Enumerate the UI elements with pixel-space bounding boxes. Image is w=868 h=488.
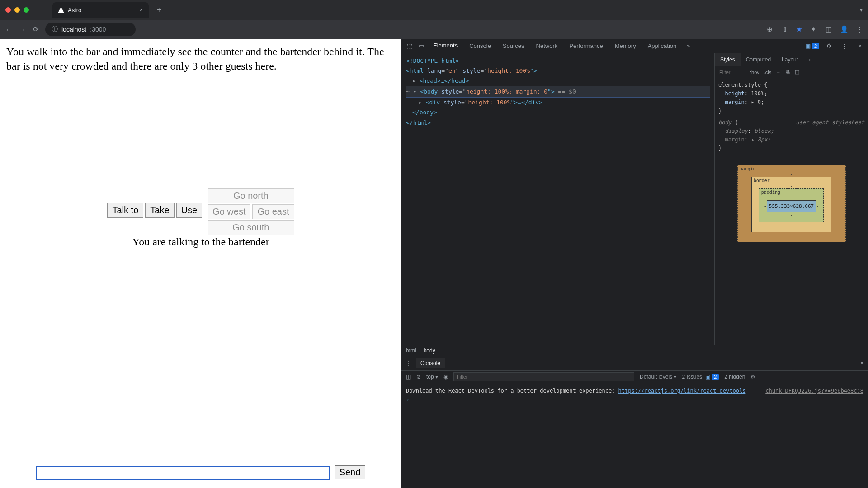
go-south-button[interactable]: Go south (208, 220, 294, 235)
tab-computed[interactable]: Computed (741, 53, 776, 66)
console-sidebar-icon[interactable]: ◫ (406, 374, 411, 380)
dom-line[interactable]: <html lang="en" style="height: 100%"> (406, 66, 710, 76)
inspect-icon[interactable]: ⬚ (404, 42, 415, 49)
console-toolbar: ◫ ⊘ top ▾ ◉ Default levels ▾ 2 Issues: ▣… (401, 371, 868, 384)
menu-icon[interactable]: ⋮ (855, 25, 863, 33)
url-host: localhost (61, 26, 86, 33)
console-issues[interactable]: 2 Issues: ▣ 2 (682, 374, 719, 380)
use-button[interactable]: Use (176, 203, 203, 218)
console-live-expr-icon[interactable]: ◉ (443, 374, 448, 380)
extensions-icon[interactable]: ✦ (809, 25, 817, 33)
devtools-close-icon[interactable]: × (854, 42, 865, 49)
share-icon[interactable]: ⇧ (781, 25, 789, 33)
drawer-menu-icon[interactable]: ⋮ (406, 360, 411, 366)
styles-rules[interactable]: element.style { height: 100%; margin: ▸ … (715, 78, 868, 156)
styles-tabs: Styles Computed Layout » (715, 53, 868, 66)
box-model[interactable]: margin - - border - - padding - - (737, 165, 846, 242)
console-output[interactable]: chunk-DFKQJ226.js?v=9e6b4e8c:8 Download … (401, 384, 868, 488)
drawer-close-icon[interactable]: × (860, 360, 863, 366)
styles-pane-toggle-icon[interactable]: ◫ (795, 69, 799, 75)
dom-line[interactable]: </body> (406, 108, 710, 117)
elements-tree[interactable]: <!DOCTYPE html> <html lang="en" style="h… (401, 53, 714, 345)
talk-to-button[interactable]: Talk to (107, 203, 143, 218)
more-tabs-icon[interactable]: » (683, 42, 693, 49)
chat-input[interactable] (36, 466, 330, 480)
settings-icon[interactable]: ⚙ (824, 42, 835, 49)
devtools-main: <!DOCTYPE html> <html lang="en" style="h… (401, 53, 868, 345)
console-clear-icon[interactable]: ⊘ (416, 374, 421, 380)
go-north-button[interactable]: Go north (208, 188, 294, 203)
tab-application[interactable]: Application (642, 40, 682, 52)
hov-toggle[interactable]: :hov (750, 70, 760, 75)
console-link[interactable]: https://reactjs.org/link/react-devtools (618, 388, 746, 394)
drawer-tab-console[interactable]: Console (416, 358, 445, 368)
tab-sources[interactable]: Sources (497, 40, 530, 52)
console-hidden[interactable]: 2 hidden (724, 374, 745, 380)
tab-memory[interactable]: Memory (609, 40, 642, 52)
console-levels[interactable]: Default levels ▾ (640, 374, 676, 380)
new-tab-button[interactable]: + (157, 5, 162, 15)
tab-list-icon[interactable]: ▾ (860, 7, 863, 13)
dom-line-selected[interactable]: ⋯ ▾ <body style="height: 100%; margin: 0… (406, 86, 710, 98)
new-style-rule-icon[interactable]: ＋ (776, 69, 781, 75)
dom-line[interactable]: ▸ <head>…</head> (406, 76, 710, 86)
tab-styles[interactable]: Styles (715, 53, 741, 66)
browser-window: Astro × + ▾ ← → ⟳ ⓘ localhost:3000 ⊕ ⇧ ★… (0, 0, 868, 488)
console-source-link[interactable]: chunk-DFKQJ226.js?v=9e6b4e8c:8 (765, 387, 863, 395)
console-settings-icon[interactable]: ⚙ (750, 374, 755, 380)
crumb-html[interactable]: html (406, 347, 416, 354)
box-model-content: 555.333×628.667 (767, 200, 816, 212)
styles-print-icon[interactable]: 🖶 (785, 70, 790, 75)
back-icon[interactable]: ← (5, 25, 13, 33)
console-filter-input[interactable] (453, 372, 634, 381)
send-button[interactable]: Send (335, 465, 366, 479)
close-window-icon[interactable] (5, 7, 11, 13)
go-east-button[interactable]: Go east (252, 204, 294, 219)
devtools-panel: ⬚ ▭ Elements Console Sources Network Per… (401, 39, 868, 488)
console-drawer: ⋮ Console × ◫ ⊘ top ▾ ◉ Default levels ▾… (401, 357, 868, 488)
forward-icon[interactable]: → (18, 25, 26, 33)
zoom-icon[interactable]: ⊕ (765, 25, 774, 33)
profile-icon[interactable]: 👤 (840, 25, 848, 33)
tab-network[interactable]: Network (531, 40, 563, 52)
crumb-body[interactable]: body (424, 347, 435, 354)
issues-chip[interactable]: ▣ 2 (806, 43, 819, 49)
console-context[interactable]: top ▾ (426, 374, 438, 380)
styles-filter-bar: :hov .cls ＋ 🖶 ◫ (715, 66, 868, 78)
chat-bar: Send (0, 465, 401, 480)
narration-text: You walk into the bar and immediately se… (0, 39, 401, 79)
devtools-menu-icon[interactable]: ⋮ (839, 42, 850, 49)
bookmark-star-icon[interactable]: ★ (796, 25, 802, 33)
styles-pane: Styles Computed Layout » :hov .cls ＋ 🖶 ◫ (714, 53, 868, 345)
action-buttons: Talk to Take Use Go north Go west Go eas… (0, 188, 401, 235)
zoom-window-icon[interactable] (24, 7, 29, 13)
minimize-window-icon[interactable] (14, 7, 20, 13)
tab-performance[interactable]: Performance (564, 40, 608, 52)
device-toolbar-icon[interactable]: ▭ (416, 42, 427, 49)
cls-toggle[interactable]: .cls (764, 70, 772, 75)
url-port: :3000 (90, 26, 106, 33)
titlebar: Astro × + ▾ (0, 0, 868, 20)
more-styles-tabs-icon[interactable]: » (803, 53, 817, 66)
take-button[interactable]: Take (145, 203, 174, 218)
address-bar: ← → ⟳ ⓘ localhost:3000 ⊕ ⇧ ★ ✦ ◫ 👤 ⋮ (0, 20, 868, 39)
reload-icon[interactable]: ⟳ (32, 25, 40, 33)
dom-line[interactable]: ▸ <div style="height: 100%">…</div> (406, 98, 710, 108)
dom-line[interactable]: <!DOCTYPE html> (406, 56, 710, 66)
browser-tab[interactable]: Astro × (52, 2, 149, 18)
drawer-tabs: ⋮ Console × (401, 357, 868, 371)
tab-console[interactable]: Console (464, 40, 496, 52)
url-field[interactable]: ⓘ localhost:3000 (45, 23, 136, 36)
tab-layout[interactable]: Layout (776, 53, 803, 66)
styles-filter-input[interactable] (718, 69, 745, 75)
console-prompt[interactable]: › (406, 395, 863, 404)
dom-line[interactable]: </html> (406, 118, 710, 128)
favicon-icon (58, 7, 64, 13)
breadcrumb[interactable]: html body (401, 345, 868, 357)
tab-elements[interactable]: Elements (428, 39, 463, 52)
site-info-icon[interactable]: ⓘ (52, 25, 58, 33)
go-west-button[interactable]: Go west (208, 204, 250, 219)
sidepanel-icon[interactable]: ◫ (825, 25, 833, 33)
close-tab-icon[interactable]: × (139, 6, 143, 14)
tab-title: Astro (68, 7, 81, 14)
